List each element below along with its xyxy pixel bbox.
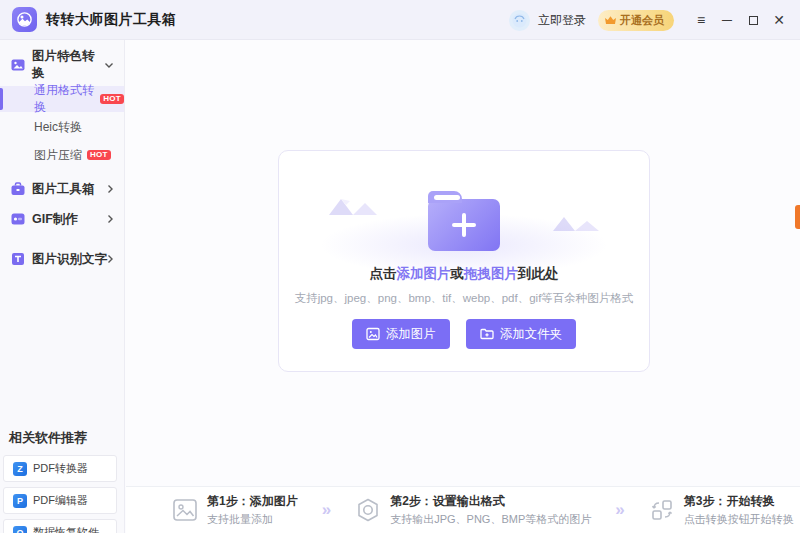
- maximize-button[interactable]: [742, 9, 764, 31]
- close-button[interactable]: ✕: [768, 9, 790, 31]
- pdf-editor-app-icon: P: [13, 494, 27, 508]
- recommended-software-title: 相关软件推荐: [9, 429, 125, 447]
- sidebar: 图片特色转换 通用格式转换 HOT Heic转换 图片压缩 HOT 图片工具箱: [0, 40, 125, 533]
- main-area: 点击添加图片或拖拽图片到此处 支持jpg、jpeg、png、bmp、tif、we…: [126, 40, 800, 486]
- recommend-item-label: PDF转换器: [33, 461, 88, 476]
- app-title: 转转大师图片工具箱: [46, 11, 177, 29]
- recommend-item-pdf-converter[interactable]: Z PDF转换器: [3, 455, 117, 482]
- mountain-decoration-icon: [327, 191, 389, 217]
- titlebar: 转转大师图片工具箱 立即登录 开通会员 ≡ ─: [0, 0, 800, 40]
- app-logo-icon: [12, 7, 37, 32]
- image-convert-icon: [10, 57, 26, 73]
- recommended-software-section: 相关软件推荐 Z PDF转换器 P PDF编辑器 Q 数据恢复软件: [0, 415, 125, 533]
- sidebar-subitem-label: 通用格式转换: [34, 82, 95, 116]
- add-folder-button-label: 添加文件夹: [500, 326, 563, 343]
- plus-icon: [452, 213, 476, 237]
- add-folder-plus-icon[interactable]: [428, 199, 500, 251]
- step-add-images: 第1步：添加图片 支持批量添加: [172, 493, 298, 527]
- collapsed-side-panel-tab[interactable]: [795, 205, 800, 229]
- sidebar-item-image-ocr[interactable]: 图片识别文字: [0, 244, 124, 274]
- gif-icon: [10, 211, 26, 227]
- sidebar-item-label: GIF制作: [32, 211, 107, 228]
- sidebar-subitem-label: 图片压缩: [34, 147, 82, 164]
- app-window: 转转大师图片工具箱 立即登录 开通会员 ≡ ─: [0, 0, 800, 533]
- chevron-down-icon: [104, 62, 114, 69]
- step-arrow-icon: »: [615, 500, 624, 520]
- step-desc: 点击转换按钮开始转换: [684, 512, 794, 527]
- crown-icon: [604, 15, 617, 26]
- recommend-item-data-recovery[interactable]: Q 数据恢复软件: [3, 519, 117, 533]
- menu-icon[interactable]: ≡: [690, 9, 712, 31]
- membership-button[interactable]: 开通会员: [598, 10, 674, 31]
- toolbox-icon: [10, 181, 26, 197]
- step-title: 第2步：设置输出格式: [390, 493, 591, 510]
- hot-badge: HOT: [87, 150, 111, 160]
- headline-text: 点击: [370, 266, 397, 281]
- data-recovery-app-icon: Q: [13, 526, 27, 533]
- recommend-item-label: PDF编辑器: [33, 493, 88, 508]
- step-desc: 支持输出JPG、PNG、BMP等格式的图片: [390, 512, 591, 527]
- sidebar-subitem-label: Heic转换: [34, 119, 82, 136]
- maximize-icon: [749, 16, 758, 25]
- headline-text: 到此处: [518, 266, 559, 281]
- supported-formats-text: 支持jpg、jpeg、png、bmp、tif、webp、pdf、gif等百余种图…: [279, 291, 649, 306]
- membership-label: 开通会员: [620, 13, 664, 28]
- sidebar-subitem-image-compress[interactable]: 图片压缩 HOT: [0, 142, 124, 168]
- step3-convert-icon: [649, 497, 675, 523]
- sidebar-item-gif-maker[interactable]: GIF制作: [0, 204, 124, 234]
- avatar[interactable]: [509, 10, 530, 31]
- step1-image-icon: [172, 497, 198, 523]
- steps-bar: 第1步：添加图片 支持批量添加 » 第2步：设置输出格式 支持输出JPG、PNG…: [126, 486, 800, 533]
- hot-badge: HOT: [100, 94, 124, 104]
- step-title: 第3步：开始转换: [684, 493, 794, 510]
- sidebar-item-label: 图片识别文字: [32, 251, 107, 268]
- upload-dropzone[interactable]: 点击添加图片或拖拽图片到此处 支持jpg、jpeg、png、bmp、tif、we…: [278, 150, 650, 372]
- sidebar-item-image-special-convert[interactable]: 图片特色转换: [0, 50, 124, 80]
- step-set-output-format: 第2步：设置输出格式 支持输出JPG、PNG、BMP等格式的图片: [355, 493, 591, 527]
- add-image-icon: [366, 327, 380, 341]
- login-button[interactable]: 立即登录: [538, 12, 586, 29]
- step-start-convert: 第3步：开始转换 点击转换按钮开始转换: [649, 493, 794, 527]
- add-image-link[interactable]: 添加图片: [397, 266, 451, 281]
- upload-headline: 点击添加图片或拖拽图片到此处: [279, 265, 649, 283]
- sidebar-item-label: 图片特色转换: [32, 48, 104, 82]
- sidebar-item-label: 图片工具箱: [32, 181, 107, 198]
- add-image-button-label: 添加图片: [386, 326, 436, 343]
- pdf-converter-app-icon: Z: [13, 462, 27, 476]
- sidebar-item-image-toolbox[interactable]: 图片工具箱: [0, 174, 124, 204]
- add-folder-button[interactable]: 添加文件夹: [466, 319, 577, 349]
- sidebar-subitem-heic-convert[interactable]: Heic转换: [0, 114, 124, 140]
- ocr-text-icon: [10, 251, 26, 267]
- recommend-item-pdf-editor[interactable]: P PDF编辑器: [3, 487, 117, 514]
- chevron-right-icon: [107, 214, 114, 224]
- minimize-button[interactable]: ─: [716, 9, 738, 31]
- step-title: 第1步：添加图片: [207, 493, 298, 510]
- step-desc: 支持批量添加: [207, 512, 298, 527]
- add-image-button[interactable]: 添加图片: [352, 319, 450, 349]
- sidebar-subitem-general-format-convert[interactable]: 通用格式转换 HOT: [0, 86, 124, 112]
- chevron-right-icon: [107, 254, 114, 264]
- add-folder-icon: [480, 327, 494, 341]
- recommend-item-label: 数据恢复软件: [33, 525, 99, 533]
- headline-text: 或: [451, 266, 465, 281]
- step2-settings-icon: [355, 497, 381, 523]
- step-arrow-icon: »: [322, 500, 331, 520]
- chevron-right-icon: [107, 184, 114, 194]
- drag-image-link: 拖拽图片: [464, 266, 518, 281]
